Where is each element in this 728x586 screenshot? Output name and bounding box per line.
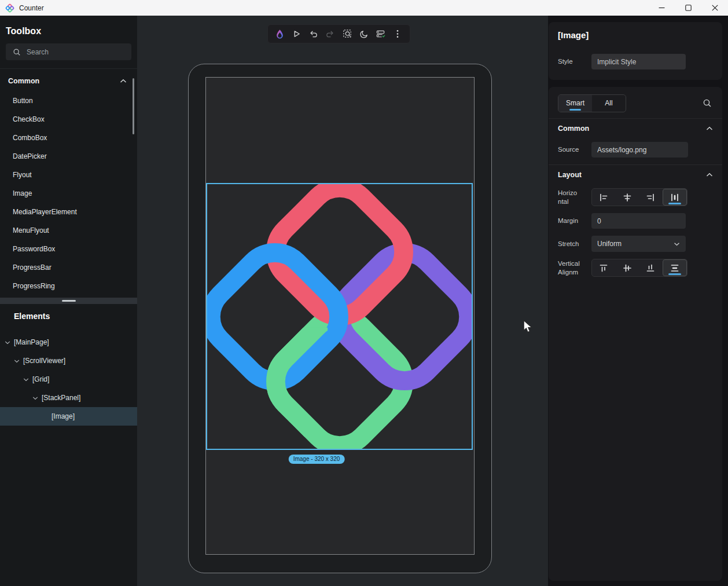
tab-smart-label: Smart: [566, 99, 584, 107]
redo-button[interactable]: [323, 27, 338, 42]
chevron-up-icon: [120, 79, 127, 83]
chevron-up-icon: [706, 173, 713, 177]
horizontal-alignment-group: [591, 188, 687, 206]
tree-node-mainpage[interactable]: [MainPage]: [0, 333, 137, 351]
chevron-down-icon[interactable]: [5, 340, 10, 345]
close-button[interactable]: [701, 0, 728, 16]
stretch-vertical-button[interactable]: [663, 259, 687, 276]
source-label: Source: [558, 145, 591, 153]
toolbox-item-datepicker[interactable]: DatePicker: [0, 147, 133, 166]
elements-tree: [MainPage] [ScrollViewer] [Grid] [StackP…: [0, 333, 137, 426]
close-icon: [712, 5, 718, 11]
stretch-horizontal-icon: [670, 193, 679, 202]
play-icon: [292, 30, 301, 38]
layout-section-title: Layout: [558, 171, 582, 179]
image-selection[interactable]: [206, 183, 473, 450]
horizontal-alignment-label: Horizo ntal: [558, 189, 591, 206]
hot-design-button[interactable]: [273, 27, 288, 42]
vertical-alignment-label: Vertical Alignm: [558, 259, 591, 276]
source-input[interactable]: [591, 142, 688, 158]
chevron-down-icon: [674, 242, 680, 246]
toolbox-item-progressbar[interactable]: ProgressBar: [0, 258, 133, 277]
theme-toggle-button[interactable]: [356, 27, 372, 42]
align-center-vertical-icon: [623, 263, 632, 273]
search-icon: [13, 48, 21, 56]
panel-splitter[interactable]: [0, 298, 137, 304]
margin-row: Margin: [558, 213, 713, 229]
search-icon: [703, 98, 712, 108]
more-options-button[interactable]: [390, 27, 405, 42]
tree-node-scrollviewer[interactable]: [ScrollViewer]: [0, 351, 137, 370]
toolbox-item-checkbox[interactable]: CheckBox: [0, 110, 133, 129]
source-row: Source: [558, 142, 713, 158]
style-input[interactable]: [591, 54, 686, 69]
properties-panel: [Image] Style Smart All: [548, 16, 728, 586]
minimize-button[interactable]: [648, 0, 675, 16]
stretch-horizontal-button[interactable]: [663, 189, 687, 206]
tree-node-stackpanel[interactable]: [StackPanel]: [0, 389, 137, 407]
tree-node-label: [MainPage]: [14, 338, 49, 346]
chevron-down-icon[interactable]: [32, 396, 38, 400]
toolbox-item-image[interactable]: Image: [0, 184, 133, 203]
mouse-cursor: [523, 320, 534, 333]
align-left-button[interactable]: [592, 189, 616, 206]
design-canvas[interactable]: Image - 320 x 320: [137, 16, 548, 586]
align-right-button[interactable]: [639, 189, 663, 206]
layout-section-header[interactable]: Layout: [558, 165, 713, 185]
titlebar: Counter: [0, 0, 728, 16]
selection-size-badge: Image - 320 x 320: [289, 455, 345, 464]
toolbox-item-progressring[interactable]: ProgressRing: [0, 277, 133, 295]
tab-all[interactable]: All: [592, 95, 626, 112]
minimize-icon: [659, 5, 665, 11]
zoom-selection-button[interactable]: [340, 27, 355, 42]
toolbox-item-button[interactable]: Button: [0, 91, 133, 110]
app-logo-icon: [5, 3, 14, 13]
vertical-alignment-row: Vertical Alignm: [558, 259, 713, 277]
toolbox-list: Button CheckBox ComboBox DatePicker Flyo…: [0, 91, 133, 295]
property-tabs: Smart All: [558, 94, 626, 112]
tree-node-image-selected[interactable]: [Image]: [0, 407, 137, 426]
property-search-button[interactable]: [701, 97, 713, 109]
tree-node-label: [Grid]: [32, 375, 49, 383]
kebab-menu-icon: [396, 30, 399, 38]
toolbox-item-combobox[interactable]: ComboBox: [0, 129, 133, 147]
tab-smart[interactable]: Smart: [558, 95, 592, 112]
redo-icon: [326, 30, 334, 38]
validate-changes-button[interactable]: [373, 27, 388, 42]
align-center-vertical-button[interactable]: [616, 259, 639, 276]
stretch-label: Stretch: [558, 240, 591, 248]
section-label: Common: [8, 77, 39, 85]
design-toolbar: [267, 24, 410, 43]
common-section-header[interactable]: Common: [558, 119, 713, 138]
toolbox-scrollbar[interactable]: [133, 78, 134, 134]
window-title: Counter: [19, 4, 44, 12]
chevron-down-icon[interactable]: [14, 359, 20, 363]
undo-button[interactable]: [306, 27, 321, 42]
toolbox-search-input[interactable]: [27, 48, 119, 56]
selected-element-card: [Image] Style: [549, 22, 722, 80]
play-button[interactable]: [289, 27, 304, 42]
toolbox-section-common[interactable]: Common: [0, 74, 137, 89]
chevron-down-icon[interactable]: [23, 378, 29, 382]
align-bottom-icon: [646, 263, 655, 273]
layers-check-icon: [376, 30, 386, 39]
maximize-button[interactable]: [675, 0, 701, 16]
tree-node-grid[interactable]: [Grid]: [0, 370, 137, 389]
align-bottom-button[interactable]: [639, 259, 663, 276]
style-label: Style: [558, 57, 591, 65]
align-left-icon: [599, 193, 608, 202]
toolbox-item-flyout[interactable]: Flyout: [0, 166, 133, 184]
toolbox-item-mediaplayerelement[interactable]: MediaPlayerElement: [0, 203, 133, 221]
tree-node-label: [Image]: [52, 412, 75, 420]
stretch-value: Uniform: [597, 240, 622, 248]
align-center-horizontal-button[interactable]: [616, 189, 639, 206]
toolbox-search[interactable]: [6, 43, 131, 60]
toolbox-item-passwordbox[interactable]: PasswordBox: [0, 240, 133, 258]
stretch-vertical-icon: [670, 263, 679, 273]
align-top-button[interactable]: [592, 259, 616, 276]
margin-input[interactable]: [591, 213, 686, 229]
margin-label: Margin: [558, 217, 591, 225]
horizontal-alignment-row: Horizo ntal: [558, 188, 713, 206]
toolbox-item-menuflyout[interactable]: MenuFlyout: [0, 221, 133, 240]
stretch-select[interactable]: Uniform: [591, 236, 686, 252]
